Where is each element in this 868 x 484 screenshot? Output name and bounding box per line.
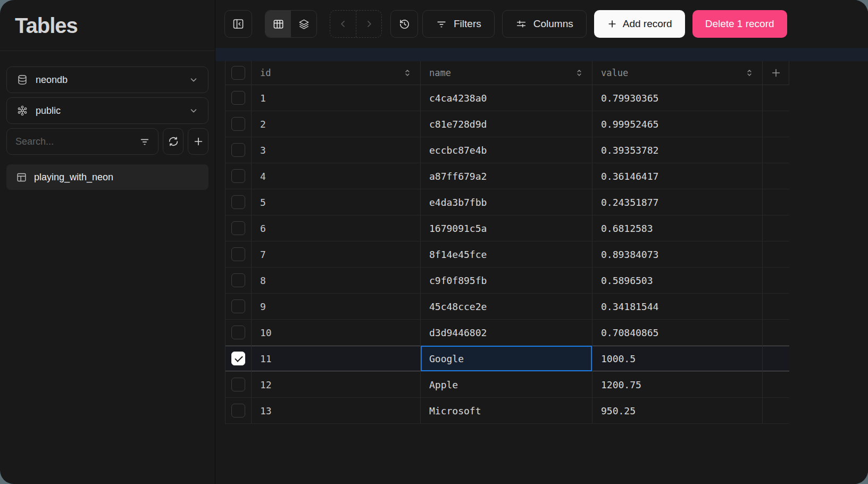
cell-name[interactable]: Google [421, 346, 592, 371]
column-header-value[interactable]: value [592, 61, 763, 85]
layers-view-button[interactable] [291, 11, 316, 37]
cell-value[interactable]: 0.36146417 [592, 163, 763, 189]
cell-name[interactable]: a87ff679a2 [421, 163, 592, 189]
cell-value[interactable]: 1200.75 [592, 372, 763, 397]
cell-name[interactable]: e4da3b7fbb [421, 189, 592, 215]
table-row: 5e4da3b7fbb0.24351877 [226, 189, 789, 215]
row-checkbox[interactable] [231, 143, 245, 157]
row-checkbox-cell [226, 163, 252, 189]
table-row: 3eccbc87e4b0.39353782 [226, 137, 789, 163]
filters-button[interactable]: Filters [422, 10, 495, 38]
filter-icon[interactable] [139, 136, 151, 147]
cell-value-text: 0.89384073 [601, 249, 658, 260]
cell-value[interactable]: 0.39353782 [592, 137, 763, 163]
history-button[interactable] [390, 10, 418, 38]
cell-id[interactable]: 9 [252, 294, 421, 319]
cell-name[interactable]: 1679091c5a [421, 215, 592, 241]
chevron-left-icon [338, 19, 348, 29]
cell-id[interactable]: 12 [252, 372, 421, 397]
view-mode-switch [265, 10, 317, 38]
cell-name[interactable]: Microsoft [421, 398, 592, 423]
columns-button[interactable]: Columns [502, 10, 587, 38]
cell-id-text: 10 [260, 327, 272, 338]
row-checkbox[interactable] [231, 326, 245, 339]
toggle-sidebar-button[interactable] [224, 10, 252, 38]
cell-value[interactable]: 0.89384073 [592, 241, 763, 267]
delete-record-button[interactable]: Delete 1 record [692, 10, 787, 38]
add-column-button[interactable] [763, 61, 789, 85]
prev-page-button[interactable] [330, 11, 356, 37]
row-checkbox-cell [226, 241, 252, 267]
cell-value[interactable]: 0.24351877 [592, 189, 763, 215]
row-checkbox[interactable] [231, 195, 245, 209]
search-input[interactable] [15, 136, 139, 147]
cell-id[interactable]: 1 [252, 85, 421, 111]
cell-value[interactable]: 0.34181544 [592, 294, 763, 319]
cell-id[interactable]: 5 [252, 189, 421, 215]
grid-rows: 1c4ca4238a00.799303652c81e728d9d0.999524… [226, 85, 789, 424]
cell-id[interactable]: 4 [252, 163, 421, 189]
cell-id[interactable]: 2 [252, 111, 421, 137]
row-checkbox[interactable] [231, 404, 245, 418]
add-table-button[interactable] [188, 128, 208, 155]
table-row: 10d3d94468020.70840865 [226, 320, 789, 346]
cell-id[interactable]: 11 [252, 346, 421, 371]
cell-value[interactable]: 0.70840865 [592, 320, 763, 345]
cell-value-text: 1200.75 [601, 379, 641, 390]
cell-id-text: 7 [260, 249, 266, 260]
row-checkbox[interactable] [231, 273, 245, 287]
row-checkbox[interactable] [231, 221, 245, 235]
next-page-button[interactable] [356, 11, 381, 37]
chevron-right-icon [364, 19, 374, 29]
cell-value[interactable]: 0.5896503 [592, 268, 763, 293]
cell-name[interactable]: eccbc87e4b [421, 137, 592, 163]
row-checkbox[interactable] [231, 247, 245, 261]
cell-name[interactable]: c4ca4238a0 [421, 85, 592, 111]
table-view-button[interactable] [265, 11, 291, 37]
row-checkbox[interactable] [231, 91, 245, 105]
chevron-down-icon [189, 75, 198, 85]
cell-value-text: 1000.5 [601, 353, 636, 364]
table-row: 12Apple1200.75 [226, 372, 789, 398]
plus-icon [770, 67, 782, 79]
cell-id-text: 4 [260, 171, 266, 182]
toolbar: Filters Columns Add record Delete 1 reco… [215, 0, 868, 48]
panel-left-icon [232, 18, 245, 30]
cell-name[interactable]: c81e728d9d [421, 111, 592, 137]
cell-value[interactable]: 0.6812583 [592, 215, 763, 241]
cell-name[interactable]: Apple [421, 372, 592, 397]
table-row: 13Microsoft950.25 [226, 398, 789, 424]
cell-id[interactable]: 3 [252, 137, 421, 163]
cell-value-text: 0.24351877 [601, 197, 658, 208]
cell-id[interactable]: 7 [252, 241, 421, 267]
cell-name[interactable]: d3d9446802 [421, 320, 592, 345]
cell-id-text: 2 [260, 119, 266, 130]
column-header-id[interactable]: id [252, 61, 421, 85]
row-checkbox[interactable] [231, 352, 245, 365]
select-all-checkbox[interactable] [231, 66, 245, 80]
cell-id-text: 13 [260, 405, 272, 416]
cell-id[interactable]: 10 [252, 320, 421, 345]
row-checkbox[interactable] [231, 117, 245, 131]
cell-id[interactable]: 8 [252, 268, 421, 293]
cell-name[interactable]: 45c48cce2e [421, 294, 592, 319]
cell-value[interactable]: 0.99952465 [592, 111, 763, 137]
row-checkbox[interactable] [231, 378, 245, 391]
row-checkbox[interactable] [231, 299, 245, 313]
cell-name-text: Apple [429, 379, 458, 390]
cell-value[interactable]: 1000.5 [592, 346, 763, 371]
column-header-name[interactable]: name [421, 61, 592, 85]
refresh-button[interactable] [163, 128, 183, 155]
sidebar-item-playing-with-neon[interactable]: playing_with_neon [6, 164, 208, 190]
add-record-button[interactable]: Add record [594, 10, 685, 38]
database-select[interactable]: neondb [6, 66, 208, 93]
cell-id[interactable]: 13 [252, 398, 421, 423]
cell-name[interactable]: c9f0f895fb [421, 268, 592, 293]
cell-value[interactable]: 950.25 [592, 398, 763, 423]
cell-value-text: 0.34181544 [601, 301, 658, 312]
cell-name[interactable]: 8f14e45fce [421, 241, 592, 267]
schema-select[interactable]: public [6, 97, 208, 124]
cell-id[interactable]: 6 [252, 215, 421, 241]
row-checkbox[interactable] [231, 169, 245, 183]
cell-value[interactable]: 0.79930365 [592, 85, 763, 111]
